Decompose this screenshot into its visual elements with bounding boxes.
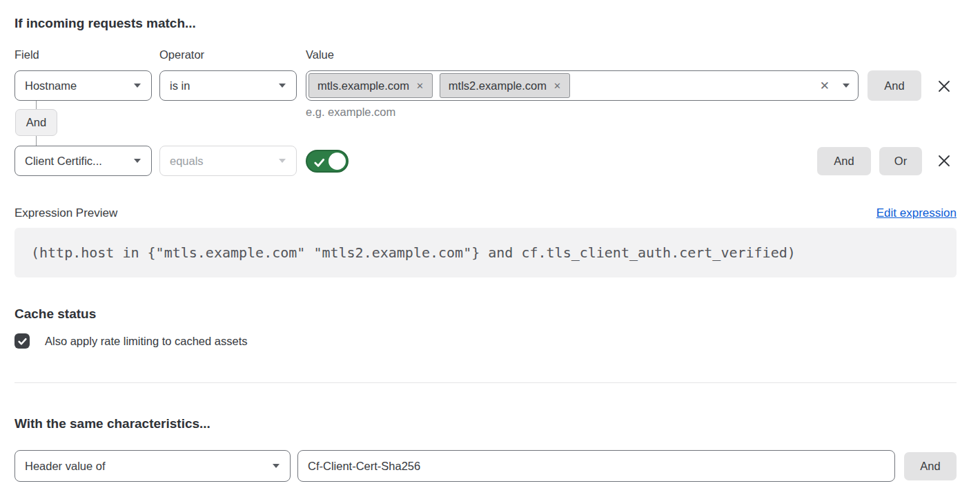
add-characteristic-button[interactable]: And <box>904 452 957 480</box>
value-tag: mtls.example.com ✕ <box>308 73 433 98</box>
edit-expression-link[interactable]: Edit expression <box>876 206 957 220</box>
tag-remove-icon[interactable]: ✕ <box>553 81 561 90</box>
expression-header: Expression Preview Edit expression <box>14 206 957 220</box>
value-tag: mtls2.example.com ✕ <box>440 73 570 98</box>
characteristic-select-value: Header value of <box>25 460 273 473</box>
characteristics-title: With the same characteristics... <box>14 416 957 431</box>
close-icon <box>935 77 953 95</box>
delete-condition-button-1[interactable] <box>935 77 953 95</box>
cache-checkbox-row: Also apply rate limiting to cached asset… <box>14 333 957 349</box>
header-name-input[interactable] <box>297 450 895 482</box>
chevron-down-icon <box>273 464 280 468</box>
chevron-down-icon <box>134 84 141 88</box>
value-label: Value <box>306 48 334 61</box>
operator-select-1[interactable]: is in <box>159 70 297 101</box>
value-tag-text: mtls.example.com <box>317 79 409 92</box>
value-toggle-switch[interactable] <box>306 150 349 173</box>
condition-labels-row: Field Operator Value <box>14 48 957 61</box>
value-tag-text: mtls2.example.com <box>449 79 547 92</box>
condition-row-1: Hostname is in mtls.example.com ✕ mtls2.… <box>14 70 957 101</box>
field-select-2[interactable]: Client Certific... <box>14 146 152 176</box>
cached-assets-checkbox-label: Also apply rate limiting to cached asset… <box>45 335 247 348</box>
check-icon <box>313 156 326 169</box>
add-or-condition-button-2[interactable]: Or <box>879 147 922 175</box>
clear-values-icon[interactable]: ✕ <box>820 80 830 92</box>
value-multiselect[interactable]: mtls.example.com ✕ mtls2.example.com ✕ ✕ <box>306 70 859 101</box>
and-connector: And <box>15 101 57 146</box>
field-select-1[interactable]: Hostname <box>14 70 152 101</box>
field-select-2-value: Client Certific... <box>25 155 134 168</box>
chevron-down-icon <box>843 84 850 88</box>
check-icon <box>17 336 28 347</box>
expression-code: (http.host in {"mtls.example.com" "mtls2… <box>14 228 957 277</box>
chevron-down-icon <box>134 159 141 163</box>
operator-select-2: equals <box>159 146 297 176</box>
add-and-condition-button-1[interactable]: And <box>868 70 921 101</box>
characteristics-row: Header value of And <box>14 450 957 482</box>
toggle-knob <box>329 153 346 170</box>
operator-label: Operator <box>159 48 306 61</box>
close-icon <box>935 152 953 170</box>
operator-select-1-value: is in <box>170 79 279 92</box>
match-section-title: If incoming requests match... <box>14 15 957 31</box>
condition-row-2: Client Certific... equals And Or <box>14 146 957 176</box>
expression-preview-label: Expression Preview <box>14 206 117 220</box>
field-label: Field <box>14 48 159 61</box>
connector-zone: And e.g. example.com <box>14 101 957 146</box>
tag-remove-icon[interactable]: ✕ <box>416 81 424 90</box>
rule-builder: If incoming requests match... Field Oper… <box>0 0 980 482</box>
connector-line-top <box>36 101 37 109</box>
connector-line-bottom <box>36 136 37 146</box>
delete-condition-button-2[interactable] <box>935 152 953 170</box>
section-divider <box>14 382 957 383</box>
cached-assets-checkbox[interactable] <box>14 333 30 349</box>
add-and-condition-button-2[interactable]: And <box>817 147 871 175</box>
field-select-1-value: Hostname <box>25 79 134 92</box>
value-helper-text: e.g. example.com <box>306 106 395 119</box>
cache-status-title: Cache status <box>14 306 957 322</box>
chevron-down-icon <box>279 84 286 88</box>
and-connector-button[interactable]: And <box>15 109 57 136</box>
characteristic-select[interactable]: Header value of <box>14 450 291 482</box>
operator-select-2-value: equals <box>170 155 279 168</box>
chevron-down-icon <box>279 159 286 163</box>
